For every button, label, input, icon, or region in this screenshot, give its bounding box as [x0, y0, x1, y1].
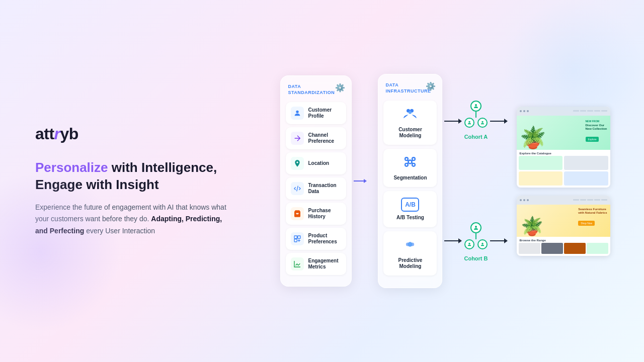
- infrastructure-panel: ⚙️ DATA INFRASTRUCTURE CustomerModeling …: [378, 74, 442, 288]
- segmentation-label: Segmentation: [393, 175, 427, 181]
- location-label: Location: [308, 160, 329, 166]
- cohort-a-line: [475, 112, 476, 118]
- arrow-head-b: [458, 238, 462, 243]
- channel-preference-label: ChannelPreference: [308, 132, 334, 144]
- preview-a-grid-1: [519, 156, 563, 170]
- svg-point-6: [409, 111, 412, 114]
- preview-b-item-1: [519, 243, 540, 254]
- preview-b-dot-2: [523, 199, 525, 201]
- logo-att: att: [35, 125, 54, 143]
- preview-b-plant: 🪴: [521, 216, 543, 237]
- customer-profile-label: CustomerProfile: [308, 107, 332, 119]
- preview-b-item-4: [587, 243, 608, 254]
- item-channel-preference: ChannelPreference: [286, 127, 346, 149]
- logo-yb: yb: [60, 125, 78, 143]
- cohort-a-bottom: [464, 118, 488, 128]
- product-pref-label: ProductPreferences: [308, 233, 337, 245]
- item-ab-testing: A/B A/B Testing: [383, 191, 437, 227]
- svg-point-20: [481, 243, 483, 244]
- item-engagement-metrics: EngagementMetrics: [286, 253, 346, 275]
- preview-b-section: Browse the Range: [517, 237, 610, 243]
- preview-a-btn[interactable]: Explore: [586, 137, 599, 142]
- preview-a-plant: 🪴: [520, 125, 546, 150]
- preview-b-btn[interactable]: Shop Now: [578, 221, 595, 226]
- page-container: attryb Personalize with Intelligence,Eng…: [0, 0, 644, 362]
- item-segmentation: Segmentation: [383, 149, 437, 187]
- preview-b-nav-dot-3: [587, 199, 593, 201]
- preview-a-headline: Discover OurNew Collection: [586, 124, 607, 132]
- ab-testing-label: A/B Testing: [396, 215, 424, 221]
- svg-point-0: [296, 110, 299, 113]
- arrow-line-pb: [490, 240, 504, 241]
- item-customer-profile: CustomerProfile: [286, 102, 346, 124]
- preview-b-dot-1: [520, 199, 522, 201]
- cohort-column: Cohort A: [464, 101, 488, 261]
- preview-b-header: [517, 196, 610, 205]
- preview-a-section: Explore the Catalogue: [517, 150, 610, 156]
- item-predictive-modeling: PredictiveModeling: [383, 231, 437, 276]
- preview-b-item-2: [541, 243, 563, 254]
- preview-a-hero: 🪴 NEW FROM Discover OurNew Collection Ex…: [517, 116, 610, 150]
- arrow-cohort-b: [444, 238, 462, 243]
- preview-b-item-3: [564, 243, 586, 254]
- preview-section: 🪴 NEW FROM Discover OurNew Collection Ex…: [517, 107, 610, 256]
- preview-b-nav-dot-1: [573, 199, 579, 201]
- cohort-a-group: Cohort A: [464, 101, 488, 140]
- item-purchase-history: PurchaseHistory: [286, 203, 346, 225]
- standardization-panel: ⚙️ DATA STANDARDIZATION CustomerProfile …: [280, 75, 352, 286]
- cohort-preview-connectors: [490, 101, 508, 261]
- engagement-icon: [291, 257, 304, 270]
- svg-rect-3: [294, 239, 297, 241]
- engagement-label: EngagementMetrics: [308, 258, 338, 270]
- segmentation-icon: [403, 155, 417, 172]
- purchase-icon: [291, 207, 304, 220]
- preview-a-tag: NEW FROM: [586, 120, 607, 123]
- transaction-icon: [291, 182, 304, 195]
- arrow-head-pb: [504, 238, 508, 243]
- customer-modeling-label: CustomerModeling: [398, 127, 422, 139]
- predictive-modeling-icon: [403, 237, 417, 254]
- cohort-a-node-1: [464, 118, 474, 128]
- arrow-line: [354, 180, 364, 182]
- ab-testing-icon: A/B: [401, 198, 419, 212]
- cohort-b-group: Cohort B: [464, 222, 488, 261]
- predictive-modeling-label: PredictiveModeling: [398, 257, 423, 269]
- preview-a-text-block: NEW FROM Discover OurNew Collection Expl…: [586, 120, 607, 143]
- arrow-preview-b: [490, 238, 508, 243]
- gear-icon-std: ⚙️: [335, 83, 345, 93]
- cohort-b-tree: [464, 222, 488, 249]
- cohort-b-node-2: [477, 239, 488, 249]
- svg-point-15: [475, 104, 477, 106]
- arrow-cohort-a: [444, 119, 462, 124]
- logo-r: r: [54, 125, 60, 143]
- customer-profile-icon: [291, 107, 304, 120]
- preview-b-nav: [530, 199, 607, 201]
- preview-b-nav-dot-4: [594, 199, 600, 201]
- arrow-line-pa: [490, 121, 504, 122]
- transaction-label: TransactionData: [308, 183, 336, 195]
- preview-b-nav-dot-5: [601, 199, 607, 201]
- item-product-preferences: ProductPreferences: [286, 228, 346, 250]
- svg-rect-1: [294, 236, 297, 238]
- preview-a-grid-3: [519, 171, 563, 186]
- svg-point-14: [408, 242, 413, 246]
- item-transaction-data: TransactionData: [286, 177, 346, 200]
- item-location: Location: [286, 152, 346, 174]
- preview-a-grid-2: [564, 156, 608, 170]
- location-icon: [291, 157, 304, 170]
- preview-b-text-block: Seamless Furniturewith Natural Fabrics S…: [578, 208, 607, 227]
- preview-b-grid: [517, 243, 610, 256]
- item-customer-modeling: CustomerModeling: [383, 101, 437, 145]
- arrow-head: [364, 179, 367, 183]
- cohort-a-top-node: [470, 101, 481, 112]
- cohort-b-bottom: [464, 239, 488, 249]
- infra-cohort-connectors: [444, 101, 462, 261]
- preview-b-dot-3: [527, 199, 529, 201]
- preview-b-headline: Seamless Furniturewith Natural Fabrics: [578, 208, 607, 216]
- svg-point-16: [468, 121, 470, 123]
- cohort-b-top-node: [470, 222, 481, 233]
- arrow-line-a: [444, 121, 458, 122]
- svg-point-7: [409, 160, 412, 163]
- cohort-b-label: Cohort B: [464, 255, 488, 261]
- cohort-a-node-2: [477, 118, 488, 128]
